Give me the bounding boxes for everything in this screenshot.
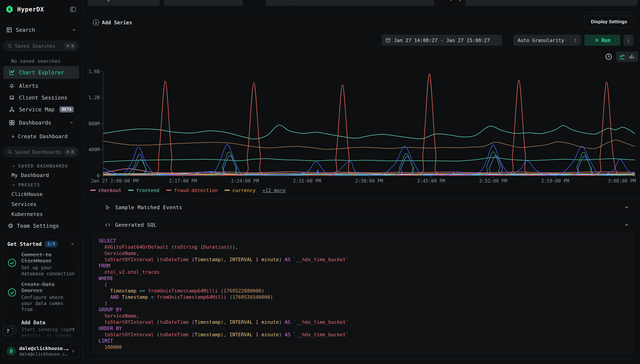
generated-sql-block[interactable]: SELECT AVG(toFloat64OrDefault (toString … [93, 233, 633, 354]
chevron-down-icon [151, 0, 156, 0]
help-button[interactable]: ? [3, 326, 13, 336]
x-tick-mark [183, 176, 183, 178]
sql-line: ORDER BY [99, 325, 628, 332]
legend-item[interactable]: checkout [90, 188, 122, 193]
legend-series-dash [166, 190, 172, 191]
sidebar-item-dashboards[interactable]: Dashboards [3, 117, 79, 128]
sidebar-item-label: Service Map [19, 106, 55, 113]
x-tick-mark [635, 176, 635, 178]
date-range-picker[interactable]: Jan 27 14:08:27 - Jan 27 15:08:27 [382, 35, 502, 46]
sql-line: ( [99, 282, 628, 288]
main-content: Average Duration WHERE SQL | Lucene Grou… [83, 0, 640, 364]
sidebar-item-preset-clickhouse[interactable]: ClickHouse [12, 191, 82, 197]
series-line [103, 152, 635, 176]
field-input[interactable]: Duration [164, 0, 243, 6]
search-query-input[interactable]: SQL | Lucene [266, 0, 434, 6]
get-started-step-sources[interactable]: Create Data Sources Configure where your… [7, 282, 75, 312]
sidebar-collapse-icon[interactable] [69, 5, 77, 13]
search-query-field[interactable] [270, 0, 393, 1]
run-button[interactable]: Run [584, 35, 620, 46]
get-started-step-add-data[interactable]: 3 Add Data Start sending logs, metrics, … [7, 320, 75, 338]
legend-items: checkoutfrontendfraud-detectioncurrency [90, 188, 256, 193]
x-tick-label: 2:38:00 PM [355, 178, 383, 184]
create-dashboard-button[interactable]: + Create Dashboard [3, 132, 79, 142]
sidebar-item-preset-services[interactable]: Services [12, 201, 82, 207]
more-options-button[interactable]: ⋮ [623, 35, 633, 46]
line-chart-icon[interactable] [619, 53, 625, 60]
chart-area[interactable]: 0400M800M1.2B1.6BJan 27 2:08:00 PM2:17:0… [103, 72, 635, 176]
sidebar-item-chart-explorer[interactable]: Chart Explorer [3, 66, 79, 79]
mode-sql-label[interactable]: SQL [396, 0, 405, 1]
add-series-button[interactable]: + Add Series [93, 17, 132, 28]
presets-section-header[interactable]: PRESETS [12, 182, 82, 188]
step-description: Configure where your data comes from [21, 294, 75, 312]
field-value: Duration [168, 0, 193, 1]
search-icon [7, 44, 12, 48]
chevron-up-icon[interactable] [613, 222, 629, 228]
where-label: WHERE [249, 0, 263, 6]
arrow-right-icon[interactable]: → [70, 326, 75, 332]
display-settings-button[interactable]: Display Settings [584, 16, 633, 28]
y-tick-mark [100, 98, 103, 98]
legend-item[interactable]: fraud-detection [166, 188, 218, 193]
mode-lucene-label[interactable]: Lucene [413, 0, 430, 1]
sample-matched-events-header[interactable]: Sample Matched Events [83, 199, 640, 216]
get-started-header[interactable]: Get Started 2/3 [7, 241, 75, 248]
logo-row: HyperDX [0, 0, 82, 18]
sidebar-item-search[interactable]: Search [0, 24, 82, 36]
x-tick-label: Jan 27 2:08:00 PM [91, 178, 139, 184]
get-started-card: Get Started 2/3 Connect to ClickHouse Se… [3, 236, 79, 342]
x-tick-label: 2:17:00 PM [169, 178, 197, 184]
user-account-button[interactable]: D dale@clickhouse.… dale@clickhouse.c… [3, 344, 79, 358]
sidebar-item-client-sessions[interactable]: Client Sessions [3, 92, 79, 104]
sql-line: GROUP BY [99, 306, 628, 313]
plus-circle-icon: + [93, 20, 99, 26]
saved-dashboards-section-header[interactable]: SAVED DASHBOARDS [12, 164, 82, 168]
aggregation-select[interactable]: Average [88, 0, 160, 6]
saved-searches-field[interactable] [15, 43, 65, 49]
sidebar-item-team-settings[interactable]: ⚙ Team Settings [3, 220, 79, 232]
chart-explorer-icon [9, 69, 15, 76]
get-started-step-connect[interactable]: Connect to ClickHouse Set up your databa… [7, 252, 75, 277]
legend-item[interactable]: currency [225, 188, 256, 193]
sidebar-item-my-dashboard[interactable]: My Dashboard [12, 172, 82, 178]
sidebar-item-alerts[interactable]: Alerts [3, 80, 79, 92]
chevron-down-icon[interactable] [613, 205, 629, 210]
preset-link-label: ClickHouse [12, 191, 43, 197]
x-tick-mark [307, 176, 307, 178]
chevron-up-icon[interactable] [69, 120, 74, 125]
chevron-up-icon[interactable] [72, 28, 76, 32]
sidebar-item-preset-kubernetes[interactable]: Kubernetes [12, 211, 82, 217]
legend-series-label: fraud-detection [174, 188, 218, 193]
chevron-up-icon[interactable] [70, 242, 75, 246]
x-tick-mark [493, 176, 493, 178]
date-range-value: Jan 27 14:08:27 - Jan 27 15:08:27 [394, 38, 490, 43]
series-line-checkout [103, 169, 635, 173]
query-mode-toggle[interactable]: SQL | Lucene [396, 0, 430, 1]
section-header-label: SAVED DASHBOARDS [18, 164, 68, 168]
chevron-right-icon [71, 348, 76, 354]
run-label: Run [601, 37, 611, 43]
granularity-select[interactable]: Auto Granularity [513, 35, 581, 46]
chart-type-toggle [616, 52, 638, 62]
saved-searches-input[interactable]: ⌘ K [3, 41, 79, 51]
bar-chart-icon[interactable] [628, 53, 635, 60]
sql-line: toStartOfInterval (toDateTime (Timestamp… [99, 256, 628, 263]
generated-sql-header[interactable]: Generated SQL [83, 216, 640, 234]
saved-dashboards-field[interactable] [15, 149, 65, 155]
sql-line: toStartOfInterval (toDateTime (Timestamp… [99, 332, 628, 338]
legend-more-link[interactable]: +12 more [262, 188, 286, 193]
preset-link-label: Services [12, 201, 37, 207]
create-dashboard-label: + Create Dashboard [12, 133, 68, 140]
sidebar-item-label: Chart Explorer [19, 69, 64, 76]
clock-icon[interactable] [605, 53, 612, 60]
sidebar-item-service-map[interactable]: Service Map BETA [3, 104, 79, 115]
group-by-value: ServiceName [470, 0, 503, 1]
legend-item[interactable]: frontend [128, 188, 159, 193]
sidebar-item-label: Team Settings [17, 223, 59, 229]
saved-dashboards-input[interactable]: ⌘ K [3, 147, 79, 157]
bell-icon [9, 83, 15, 89]
mode-divider: | [408, 0, 410, 1]
legend-series-label: frontend [136, 188, 159, 193]
group-by-input[interactable]: ServiceName [466, 0, 637, 6]
